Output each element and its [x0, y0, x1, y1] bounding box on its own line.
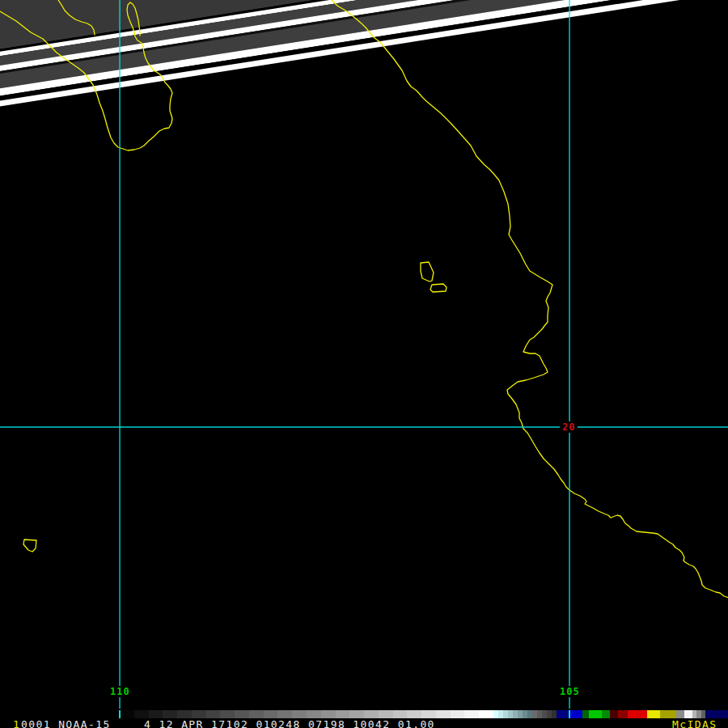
image-id-text: 0001 NOAA-15 [21, 718, 111, 728]
latitude-label-20: 20 [560, 421, 578, 433]
graticule-hline-20 [0, 426, 728, 427]
mcidas-display-window: 110 105 20 1 0001 NOAA-15 4 12 APR 17102… [0, 0, 728, 728]
space-background [0, 0, 728, 728]
status-bar: 1 0001 NOAA-15 4 12 APR 17102 010248 071… [0, 717, 728, 728]
graticule-vline-105 [569, 0, 569, 709]
mcidas-brand-label: McIDAS [672, 718, 717, 728]
longitude-label-105: 105 [557, 686, 582, 697]
satellite-image-canvas[interactable] [0, 0, 728, 728]
longitude-label-110: 110 [108, 686, 133, 697]
image-datetime-text: 4 12 APR 17102 010248 07198 10042 01.00 [144, 718, 435, 728]
frame-number: 1 [13, 718, 20, 728]
graticule-vline-110 [119, 0, 120, 709]
